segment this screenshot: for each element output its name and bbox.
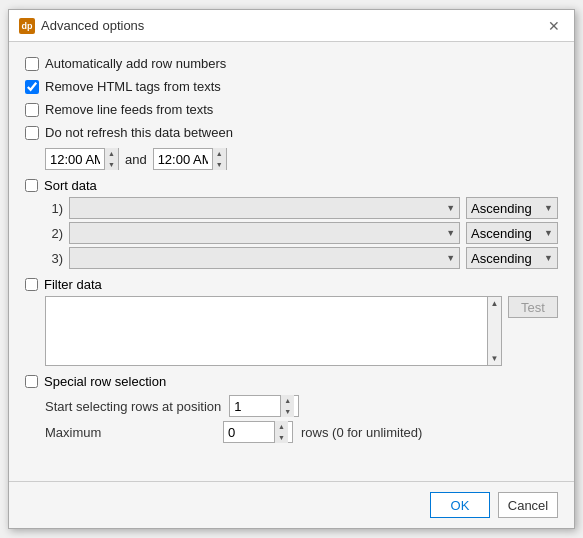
time-to-spinners: ▲ ▼ (212, 148, 226, 170)
filter-section: Filter data ▲ ▼ Test (25, 277, 558, 366)
sort-order-arrow-3: ▼ (544, 253, 557, 263)
time-to-down[interactable]: ▼ (213, 159, 226, 170)
sort-order-dropdown-1[interactable]: Ascending Descending ▼ (466, 197, 558, 219)
sort-row-3: 3) ▼ Ascending Descending ▼ (45, 247, 558, 269)
time-from-down[interactable]: ▼ (105, 159, 118, 170)
scroll-down-arrow[interactable]: ▼ (491, 354, 499, 363)
remove-html-tags-label[interactable]: Remove HTML tags from texts (45, 79, 221, 94)
time-to-input[interactable] (154, 149, 212, 169)
maximum-row: Maximum ▲ ▼ rows (0 for unlimited) (45, 421, 558, 443)
dialog-title: Advanced options (41, 18, 144, 33)
sort-field-dropdown-2[interactable]: ▼ (69, 222, 460, 244)
no-refresh-row: Do not refresh this data between (25, 125, 558, 140)
sort-row-1: 1) ▼ Ascending Descending ▼ (45, 197, 558, 219)
special-row-header: Special row selection (25, 374, 558, 389)
sort-field-arrow-1: ▼ (446, 203, 455, 213)
remove-line-feeds-checkbox[interactable] (25, 103, 39, 117)
test-button[interactable]: Test (508, 296, 558, 318)
start-position-wrap: ▲ ▼ (229, 395, 299, 417)
dialog-icon: dp (19, 18, 35, 34)
special-row-section: Special row selection Start selecting ro… (25, 374, 558, 443)
sort-field-dropdown-3[interactable]: ▼ (69, 247, 460, 269)
time-row: ▲ ▼ and ▲ ▼ (25, 148, 558, 170)
no-refresh-label[interactable]: Do not refresh this data between (45, 125, 233, 140)
filter-body: ▲ ▼ Test (25, 296, 558, 366)
start-position-down[interactable]: ▼ (281, 406, 294, 417)
auto-row-numbers-checkbox[interactable] (25, 57, 39, 71)
sort-field-arrow-2: ▼ (446, 228, 455, 238)
maximum-spinners: ▲ ▼ (274, 421, 288, 443)
time-to-wrap: ▲ ▼ (153, 148, 227, 170)
remove-html-tags-checkbox[interactable] (25, 80, 39, 94)
auto-row-numbers-row: Automatically add row numbers (25, 56, 558, 71)
sort-section: Sort data 1) ▼ Ascending Descending (25, 178, 558, 269)
title-bar-left: dp Advanced options (19, 18, 144, 34)
maximum-down[interactable]: ▼ (275, 432, 288, 443)
start-position-spinners: ▲ ▼ (280, 395, 294, 417)
time-from-spinners: ▲ ▼ (104, 148, 118, 170)
time-to-up[interactable]: ▲ (213, 148, 226, 159)
cancel-button[interactable]: Cancel (498, 492, 558, 518)
sort-field-dropdown-1[interactable]: ▼ (69, 197, 460, 219)
sort-num-2: 2) (45, 226, 63, 241)
sort-order-dropdown-2[interactable]: Ascending Descending ▼ (466, 222, 558, 244)
maximum-up[interactable]: ▲ (275, 421, 288, 432)
advanced-options-dialog: dp Advanced options ✕ Automatically add … (8, 9, 575, 529)
auto-row-numbers-label[interactable]: Automatically add row numbers (45, 56, 226, 71)
filter-header: Filter data (25, 277, 558, 292)
start-position-input[interactable] (230, 396, 280, 416)
start-position-up[interactable]: ▲ (281, 395, 294, 406)
and-label: and (125, 152, 147, 167)
time-from-input[interactable] (46, 149, 104, 169)
dialog-body: Automatically add row numbers Remove HTM… (9, 42, 574, 481)
special-row-label[interactable]: Special row selection (44, 374, 166, 389)
time-from-wrap: ▲ ▼ (45, 148, 119, 170)
sort-order-select-2[interactable]: Ascending Descending (467, 223, 544, 243)
filter-textarea-wrap: ▲ ▼ (45, 296, 502, 366)
sort-num-3: 3) (45, 251, 63, 266)
sort-row-2: 2) ▼ Ascending Descending ▼ (45, 222, 558, 244)
filter-data-checkbox[interactable] (25, 278, 38, 291)
sort-order-select-1[interactable]: Ascending Descending (467, 198, 544, 218)
special-row-inputs: Start selecting rows at position ▲ ▼ Max… (25, 395, 558, 443)
special-row-checkbox[interactable] (25, 375, 38, 388)
filter-scrollbar: ▲ ▼ (487, 297, 501, 365)
no-refresh-checkbox[interactable] (25, 126, 39, 140)
filter-textarea[interactable] (46, 297, 487, 365)
sort-num-1: 1) (45, 201, 63, 216)
start-position-row: Start selecting rows at position ▲ ▼ (45, 395, 558, 417)
maximum-label: Maximum (45, 425, 215, 440)
remove-line-feeds-label[interactable]: Remove line feeds from texts (45, 102, 213, 117)
sort-order-arrow-2: ▼ (544, 228, 557, 238)
remove-line-feeds-row: Remove line feeds from texts (25, 102, 558, 117)
rows-label: rows (0 for unlimited) (301, 425, 422, 440)
remove-html-tags-row: Remove HTML tags from texts (25, 79, 558, 94)
filter-data-label[interactable]: Filter data (44, 277, 102, 292)
sort-field-arrow-3: ▼ (446, 253, 455, 263)
close-button[interactable]: ✕ (544, 16, 564, 36)
scroll-up-arrow[interactable]: ▲ (491, 299, 499, 308)
sort-header: Sort data (25, 178, 558, 193)
sort-order-arrow-1: ▼ (544, 203, 557, 213)
ok-button[interactable]: OK (430, 492, 490, 518)
sort-data-checkbox[interactable] (25, 179, 38, 192)
time-from-up[interactable]: ▲ (105, 148, 118, 159)
start-position-label: Start selecting rows at position (45, 399, 221, 414)
sort-rows: 1) ▼ Ascending Descending ▼ (25, 197, 558, 269)
dialog-footer: OK Cancel (9, 481, 574, 528)
sort-order-dropdown-3[interactable]: Ascending Descending ▼ (466, 247, 558, 269)
sort-order-select-3[interactable]: Ascending Descending (467, 248, 544, 268)
maximum-wrap: ▲ ▼ (223, 421, 293, 443)
maximum-input[interactable] (224, 422, 274, 442)
title-bar: dp Advanced options ✕ (9, 10, 574, 42)
sort-data-label[interactable]: Sort data (44, 178, 97, 193)
